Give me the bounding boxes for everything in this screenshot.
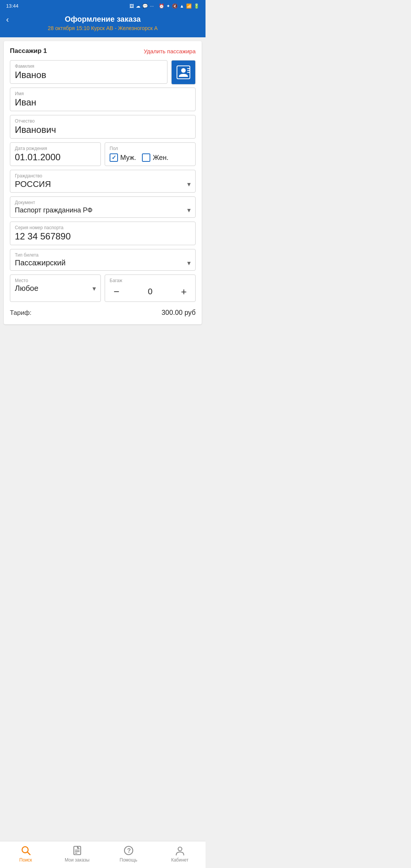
tariff-label: Тариф: — [10, 309, 32, 317]
route-subtitle: 28 октября 15:10 Курск АВ - Железногорск… — [48, 25, 158, 31]
bottom-spacer — [0, 328, 206, 359]
birthdate-label: Дата рождения — [15, 146, 96, 151]
gender-options: Муж. Жен. — [110, 153, 191, 162]
passenger-form: Пассажир 1 Удалить пассажира Фамилия Ива… — [4, 41, 202, 324]
passport-label: Серия номер паспорта — [15, 225, 191, 230]
status-time: 13:44 — [6, 3, 19, 9]
ticket-type-field[interactable]: Тип билета Пассажирский ▾ — [10, 249, 196, 271]
gender-male-option[interactable]: Муж. — [110, 153, 136, 162]
middlename-field[interactable]: Отчество Иванович — [10, 115, 196, 139]
document-dropdown-row: Паспорт гражданина РФ ▾ — [15, 206, 191, 214]
middlename-value: Иванович — [15, 124, 191, 135]
cloud-icon: ☁ — [136, 3, 140, 9]
female-label: Жен. — [153, 154, 168, 162]
document-value: Паспорт гражданина РФ — [15, 206, 92, 214]
passport-value: 12 34 567890 — [15, 231, 191, 242]
contacts-button[interactable] — [171, 60, 196, 85]
lastname-label: Фамилия — [15, 64, 162, 69]
firstname-label: Имя — [15, 91, 191, 96]
more-icon: ··· — [150, 3, 154, 9]
male-checkbox[interactable] — [110, 153, 118, 162]
delete-passenger-button[interactable]: Удалить пассажира — [144, 48, 196, 54]
alarm-icon: ⏰ — [159, 3, 164, 9]
document-field[interactable]: Документ Паспорт гражданина РФ ▾ — [10, 196, 196, 218]
baggage-label: Багаж — [110, 278, 191, 283]
contacts-icon — [177, 65, 190, 79]
battery-icon: 🔋 — [194, 3, 199, 9]
seat-field[interactable]: Место Любое ▾ — [10, 274, 101, 302]
seat-baggage-row: Место Любое ▾ Багаж − 0 + — [10, 274, 196, 306]
middlename-label: Отчество — [15, 118, 191, 124]
citizenship-dropdown-row: РОССИЯ ▾ — [15, 179, 191, 189]
firstname-field[interactable]: Имя Иван — [10, 88, 196, 111]
passenger-header: Пассажир 1 Удалить пассажира — [10, 47, 196, 55]
bluetooth-icon: ✦ — [166, 3, 170, 9]
citizenship-chevron-icon: ▾ — [187, 180, 191, 188]
ticket-type-dropdown-row: Пассажирский ▾ — [15, 258, 191, 267]
birthdate-gender-row: Дата рождения 01.01.2000 Пол Муж. Жен. — [10, 142, 196, 170]
baggage-minus-button[interactable]: − — [110, 285, 123, 298]
seat-value: Любое — [15, 284, 38, 293]
status-icons: 🖼 ☁ 💬 ··· ⏰ ✦ 🔇 ▲ 📶 🔋 — [129, 3, 199, 9]
passenger-title: Пассажир 1 — [10, 47, 47, 55]
seat-chevron-icon: ▾ — [92, 284, 96, 293]
svg-point-1 — [181, 68, 186, 73]
gender-field: Пол Муж. Жен. — [105, 142, 196, 166]
citizenship-value: РОССИЯ — [15, 179, 51, 189]
ticket-type-label: Тип билета — [15, 252, 191, 258]
wifi-icon: ▲ — [180, 3, 184, 9]
citizenship-field[interactable]: Гражданство РОССИЯ ▾ — [10, 170, 196, 193]
lastname-row: Фамилия Иванов — [10, 60, 196, 88]
page-title: Оформление заказа — [65, 15, 140, 24]
seat-label: Место — [15, 278, 96, 283]
male-label: Муж. — [120, 154, 136, 162]
ticket-type-value: Пассажирский — [15, 258, 65, 267]
baggage-field: Багаж − 0 + — [105, 274, 196, 302]
document-chevron-icon: ▾ — [187, 206, 191, 214]
mute-icon: 🔇 — [172, 3, 178, 9]
female-checkbox[interactable] — [142, 153, 150, 162]
chat-icon: 💬 — [142, 3, 148, 9]
lastname-field[interactable]: Фамилия Иванов — [10, 60, 167, 84]
tariff-value: 300.00 руб — [162, 309, 196, 317]
signal-icon: 📶 — [186, 3, 192, 9]
gender-female-option[interactable]: Жен. — [142, 153, 168, 162]
back-button[interactable]: ‹ — [6, 15, 9, 25]
firstname-value: Иван — [15, 97, 191, 108]
tariff-row: Тариф: 300.00 руб — [10, 306, 196, 318]
baggage-count-value: 0 — [148, 287, 152, 297]
birthdate-value: 01.01.2000 — [15, 152, 96, 163]
baggage-plus-button[interactable]: + — [177, 285, 191, 298]
ticket-type-chevron-icon: ▾ — [187, 259, 191, 267]
passport-field[interactable]: Серия номер паспорта 12 34 567890 — [10, 222, 196, 245]
baggage-counter: − 0 + — [110, 285, 191, 298]
header: ‹ Оформление заказа 28 октября 15:10 Кур… — [0, 11, 206, 37]
lastname-value: Иванов — [15, 70, 162, 80]
status-bar: 13:44 🖼 ☁ 💬 ··· ⏰ ✦ 🔇 ▲ 📶 🔋 — [0, 0, 206, 11]
birthdate-field[interactable]: Дата рождения 01.01.2000 — [10, 142, 101, 166]
gender-label: Пол — [110, 146, 191, 151]
image-icon: 🖼 — [129, 3, 134, 9]
document-label: Документ — [15, 200, 191, 205]
seat-dropdown-row: Любое ▾ — [15, 284, 96, 293]
citizenship-label: Гражданство — [15, 173, 191, 179]
